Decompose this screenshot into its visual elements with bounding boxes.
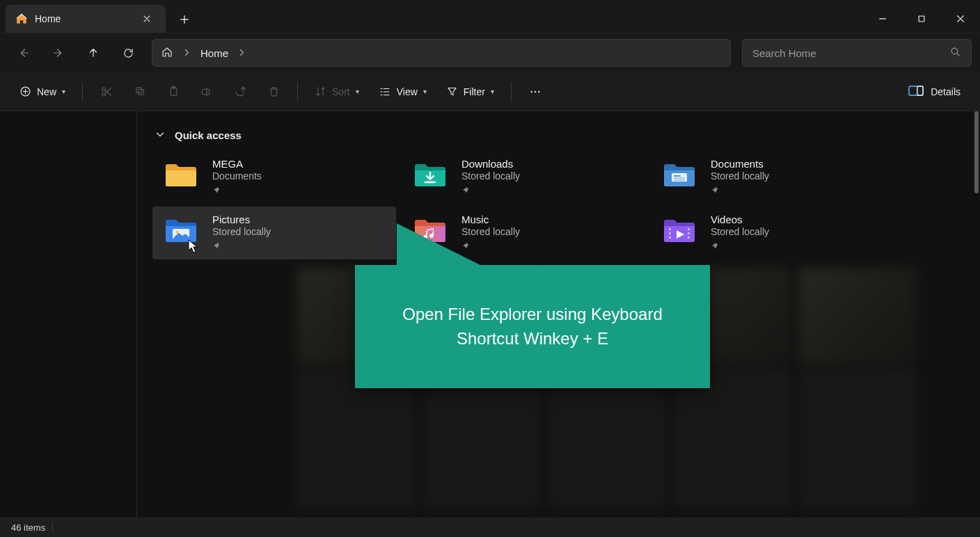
- item-meta: VideosStored locally: [711, 214, 769, 252]
- pin-icon: [711, 185, 769, 196]
- svg-rect-24: [688, 228, 690, 230]
- quick-access-item[interactable]: DownloadsStored locally: [402, 151, 645, 204]
- separator: [511, 82, 512, 102]
- svg-point-11: [535, 90, 536, 92]
- chevron-down-icon: ▾: [423, 88, 427, 95]
- chevron-right-icon: [238, 47, 246, 58]
- chevron-right-icon: [183, 47, 191, 58]
- downloads-icon: [411, 159, 449, 190]
- svg-rect-16: [674, 175, 681, 177]
- item-name: Pictures: [212, 214, 271, 225]
- pictures-icon: [162, 215, 200, 246]
- more-button[interactable]: [520, 78, 551, 106]
- pin-icon: [212, 241, 271, 252]
- separator: [82, 82, 83, 102]
- sort-button[interactable]: Sort ▾: [306, 78, 368, 106]
- view-label: View: [397, 86, 418, 97]
- quick-access-item[interactable]: DocumentsStored locally: [651, 151, 894, 204]
- svg-rect-5: [138, 90, 143, 95]
- svg-point-10: [530, 90, 532, 92]
- instruction-callout: Open File Explorer using Keyboard Shortc…: [355, 265, 710, 388]
- svg-rect-13: [909, 86, 923, 95]
- breadcrumb-home[interactable]: Home: [200, 47, 228, 59]
- item-name: Downloads: [461, 158, 520, 170]
- svg-rect-23: [669, 237, 671, 239]
- search-input[interactable]: [752, 47, 942, 59]
- cut-button[interactable]: [91, 78, 122, 106]
- videos-icon: [661, 215, 698, 246]
- home-icon: [161, 46, 173, 61]
- details-pane-button[interactable]: Details: [900, 78, 969, 106]
- toolbar: New ▾ Sort ▾ View ▾ Filter ▾: [0, 72, 980, 111]
- refresh-button[interactable]: [113, 39, 143, 67]
- search-bar[interactable]: [742, 39, 972, 67]
- filter-label: Filter: [464, 86, 485, 97]
- quick-access-grid: MEGADocumentsDownloadsStored locallyDocu…: [152, 151, 973, 259]
- item-meta: DocumentsStored locally: [711, 158, 769, 196]
- filter-button[interactable]: Filter ▾: [438, 78, 503, 106]
- item-subtitle: Stored locally: [711, 170, 769, 182]
- title-bar: Home: [0, 0, 980, 33]
- documents-icon: [661, 159, 698, 190]
- status-item-count: 46 items: [11, 522, 45, 533]
- up-button[interactable]: [78, 39, 109, 67]
- new-tab-button[interactable]: [171, 6, 198, 33]
- item-meta: PicturesStored locally: [212, 214, 271, 252]
- svg-rect-6: [136, 88, 141, 93]
- item-subtitle: Stored locally: [711, 226, 769, 237]
- details-label: Details: [931, 86, 961, 97]
- item-name: MEGA: [212, 158, 262, 170]
- svg-rect-26: [688, 237, 690, 239]
- chevron-down-icon: ▾: [491, 88, 494, 95]
- item-subtitle: Stored locally: [212, 226, 271, 237]
- quick-access-header[interactable]: Quick access: [152, 125, 973, 151]
- window-controls: [863, 5, 980, 33]
- separator: [297, 82, 298, 102]
- maximize-button[interactable]: [902, 5, 941, 33]
- pin-icon: [711, 241, 769, 252]
- scrollbar-thumb[interactable]: [974, 111, 979, 193]
- pin-icon: [461, 185, 520, 196]
- navigation-pane[interactable]: [0, 111, 137, 518]
- svg-rect-17: [674, 177, 685, 179]
- callout-text: Open File Explorer using Keyboard Shortc…: [381, 303, 683, 351]
- close-window-button[interactable]: [941, 5, 980, 33]
- new-label: New: [37, 86, 56, 97]
- back-button[interactable]: [8, 39, 39, 67]
- rename-button[interactable]: [191, 78, 222, 106]
- svg-rect-21: [669, 228, 671, 230]
- minimize-button[interactable]: [863, 5, 902, 33]
- item-meta: MEGADocuments: [212, 158, 262, 196]
- pin-icon: [212, 185, 262, 196]
- view-button[interactable]: View ▾: [370, 78, 435, 106]
- nav-row: Home: [0, 33, 980, 72]
- tab-home[interactable]: Home: [6, 5, 166, 33]
- chevron-down-icon: ▾: [356, 88, 359, 95]
- item-subtitle: Stored locally: [461, 170, 520, 182]
- quick-access-item[interactable]: MEGADocuments: [152, 151, 396, 204]
- item-name: Documents: [711, 158, 769, 170]
- tab-label: Home: [35, 13, 131, 24]
- new-button[interactable]: New ▾: [11, 78, 74, 106]
- details-pane-icon: [908, 86, 924, 98]
- separator: [52, 522, 53, 533]
- home-icon: [15, 13, 28, 25]
- quick-access-item[interactable]: PicturesStored locally: [152, 207, 396, 259]
- item-name: Videos: [711, 214, 769, 225]
- paste-button[interactable]: [158, 78, 189, 106]
- chevron-down-icon: ▾: [62, 88, 65, 95]
- quick-access-item[interactable]: VideosStored locally: [651, 207, 894, 259]
- item-subtitle: Documents: [212, 170, 262, 182]
- delete-button[interactable]: [258, 78, 289, 106]
- sort-label: Sort: [332, 86, 350, 97]
- address-bar[interactable]: Home: [152, 39, 731, 67]
- close-tab-button[interactable]: [138, 10, 156, 28]
- svg-point-12: [538, 90, 539, 92]
- quick-access-label: Quick access: [175, 129, 242, 141]
- forward-button[interactable]: [43, 39, 74, 67]
- svg-rect-22: [669, 232, 671, 234]
- copy-button[interactable]: [125, 78, 155, 106]
- folder-yellow-icon: [162, 159, 200, 190]
- svg-rect-0: [919, 16, 924, 22]
- share-button[interactable]: [225, 78, 255, 106]
